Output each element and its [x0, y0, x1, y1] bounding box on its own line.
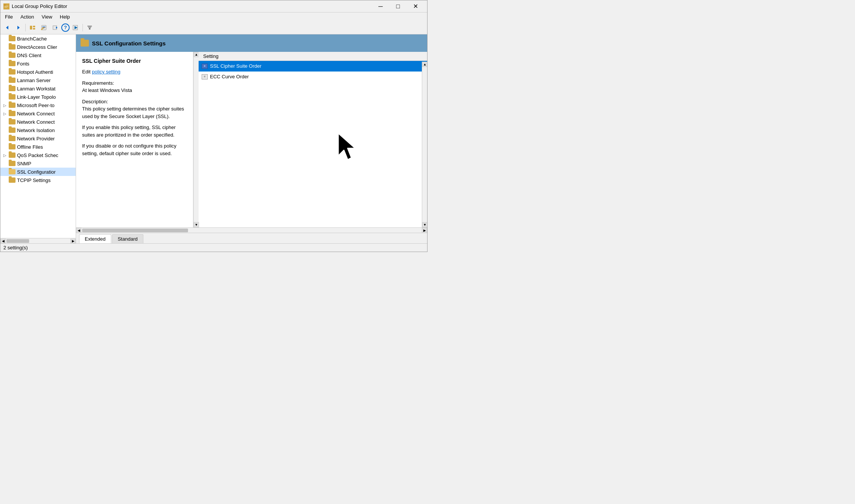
show-hide-tree-button[interactable] — [27, 22, 38, 33]
settings-vscroll[interactable]: ▲ ▼ — [422, 62, 427, 227]
folder-icon-6 — [9, 86, 16, 91]
expand-icon-14[interactable]: ▷ — [3, 153, 9, 157]
status-bar: 2 setting(s) — [0, 243, 427, 252]
tab-extended[interactable]: Extended — [79, 234, 111, 243]
folder-icon-17 — [9, 177, 16, 183]
sidebar-item-1[interactable]: DirectAccess Clier — [0, 43, 76, 51]
sidebar-item-text-10: Network Connect — [17, 119, 55, 125]
sidebar-item-7[interactable]: Link-Layer Topolo — [0, 93, 76, 101]
sidebar-item-10[interactable]: Network Connect — [0, 118, 76, 126]
policy-setting-link[interactable]: policy setting — [92, 69, 120, 75]
sidebar-item-12[interactable]: Network Provider — [0, 134, 76, 143]
desc-scroll-down[interactable]: ▼ — [194, 222, 199, 227]
h-scroll-left[interactable]: ◀ — [76, 228, 81, 233]
export-button[interactable] — [50, 22, 61, 33]
h-scroll-thumb — [82, 229, 188, 232]
desc-scroll-up[interactable]: ▲ — [194, 52, 199, 57]
sidebar-item-9[interactable]: ▷Network Connect — [0, 109, 76, 118]
close-button[interactable]: ✕ — [407, 0, 424, 12]
sidebar-item-13[interactable]: Offline Files — [0, 143, 76, 151]
settings-scroll-track — [422, 67, 427, 222]
back-button[interactable] — [2, 22, 12, 33]
sidebar-item-text-1: DirectAccess Clier — [17, 44, 57, 50]
sidebar-item-17[interactable]: TCPIP Settings — [0, 176, 76, 184]
menu-help[interactable]: Help — [57, 13, 73, 20]
folder-icon-0 — [9, 36, 16, 41]
main-window: Local Group Policy Editor ─ □ ✕ File Act… — [0, 0, 428, 252]
edit-text: Edit policy setting — [82, 68, 187, 76]
setting-label-1: ECC Curve Order — [210, 74, 249, 79]
app-icon — [3, 3, 9, 9]
h-scroll-thumb — [6, 239, 29, 243]
sidebar: BranchCacheDirectAccess ClierDNS ClientF… — [0, 34, 76, 243]
sidebar-item-8[interactable]: ▷Microsoft Peer-to — [0, 101, 76, 109]
settings-panel: Setting SSL Cipher Suite OrderECC Curve … — [199, 52, 427, 227]
filter-button[interactable] — [84, 22, 95, 33]
setting-row-0[interactable]: SSL Cipher Suite Order — [199, 61, 427, 72]
panel-title: SSL Configuration Settings — [92, 40, 166, 47]
forward-button[interactable] — [13, 22, 24, 33]
tab-standard[interactable]: Standard — [112, 234, 143, 243]
sidebar-item-2[interactable]: DNS Client — [0, 51, 76, 59]
expand-icon-8[interactable]: ▷ — [3, 103, 9, 107]
toolbar: ? — [0, 21, 427, 34]
sidebar-item-16[interactable]: SSL Configuratior — [0, 168, 76, 176]
svg-rect-2 — [5, 6, 8, 6]
svg-marker-6 — [17, 26, 20, 30]
sidebar-item-text-13: Offline Files — [17, 144, 43, 150]
settings-list[interactable]: SSL Cipher Suite OrderECC Curve Order — [199, 61, 427, 227]
sidebar-item-14[interactable]: ▷QoS Packet Schec — [0, 151, 76, 159]
sidebar-hscrollbar[interactable]: ◀ ▶ — [0, 238, 76, 243]
sidebar-item-3[interactable]: Fonts — [0, 59, 76, 68]
sidebar-item-text-5: Lanman Server — [17, 78, 51, 83]
expand-icon-9[interactable]: ▷ — [3, 112, 9, 116]
menu-view[interactable]: View — [39, 13, 55, 20]
sidebar-item-11[interactable]: Network Isolation — [0, 126, 76, 134]
desc-vscroll[interactable]: ▲ ▼ — [193, 52, 199, 227]
run-button[interactable] — [70, 22, 81, 33]
setting-icon-1 — [202, 74, 208, 79]
h-scroll-right-arrow[interactable]: ▶ — [70, 239, 76, 243]
setting-row-1[interactable]: ECC Curve Order — [199, 72, 427, 82]
sidebar-item-text-9: Network Connect — [17, 111, 55, 117]
horizontal-scrollbar[interactable]: ◀ ▶ — [76, 227, 427, 233]
svg-marker-5 — [6, 26, 8, 30]
sidebar-scroll[interactable]: BranchCacheDirectAccess ClierDNS ClientF… — [0, 34, 76, 238]
help-button[interactable]: ? — [61, 23, 70, 32]
sidebar-item-text-6: Lanman Workstat — [17, 86, 56, 92]
h-scroll-right[interactable]: ▶ — [422, 228, 427, 233]
sidebar-item-4[interactable]: Hotspot Authenti — [0, 68, 76, 76]
properties-button[interactable] — [39, 22, 49, 33]
description-text1: This policy setting determines the ciphe… — [82, 106, 184, 119]
menu-file[interactable]: File — [2, 13, 16, 20]
folder-icon-12 — [9, 136, 16, 141]
sidebar-item-6[interactable]: Lanman Workstat — [0, 84, 76, 93]
sidebar-item-5[interactable]: Lanman Server — [0, 76, 76, 84]
description-panel: SSL Cipher Suite Order Edit policy setti… — [76, 52, 193, 227]
settings-scroll-up[interactable]: ▲ — [422, 62, 427, 67]
folder-icon-9 — [9, 111, 16, 116]
settings-scroll-down[interactable]: ▼ — [422, 222, 427, 227]
status-text: 2 setting(s) — [3, 245, 28, 250]
sidebar-item-0[interactable]: BranchCache — [0, 34, 76, 43]
svg-rect-1 — [4, 5, 6, 6]
sidebar-item-15[interactable]: SNMP — [0, 159, 76, 168]
folder-icon-8 — [9, 103, 16, 108]
folder-icon-4 — [9, 69, 16, 75]
maximize-button[interactable]: □ — [389, 0, 407, 12]
svg-rect-9 — [33, 28, 35, 30]
folder-icon-16 — [9, 169, 16, 174]
minimize-button[interactable]: ─ — [372, 0, 389, 12]
description-text: Description: This policy setting determi… — [82, 98, 187, 120]
sidebar-item-text-3: Fonts — [17, 61, 30, 67]
menu-action[interactable]: Action — [17, 13, 37, 20]
sidebar-item-text-4: Hotspot Authenti — [17, 69, 53, 75]
sidebar-item-text-12: Network Provider — [17, 136, 55, 142]
sidebar-item-text-8: Microsoft Peer-to — [17, 103, 54, 108]
folder-icon-5 — [9, 78, 16, 83]
policy-name: SSL Cipher Suite Order — [82, 57, 187, 65]
folder-icon-11 — [9, 128, 16, 133]
toolbar-separator-1 — [25, 24, 26, 31]
h-scroll-left-arrow[interactable]: ◀ — [0, 239, 6, 243]
settings-header: Setting — [199, 52, 427, 61]
